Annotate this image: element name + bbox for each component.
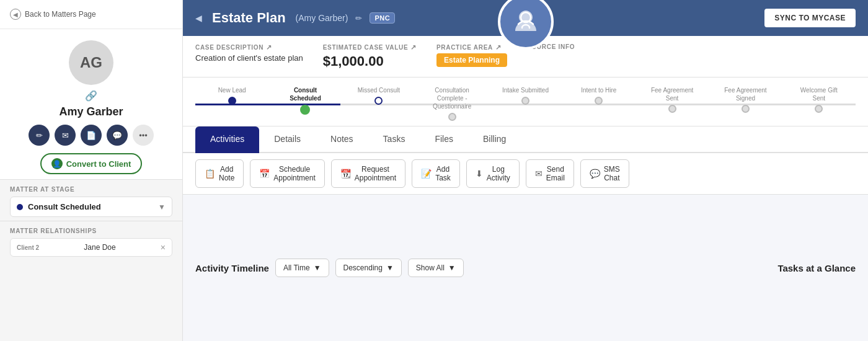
show-all-filter[interactable]: Show All ▼ bbox=[408, 259, 464, 277]
pipeline-step-fee-agreement-sent[interactable]: Fee Agreement Sent bbox=[636, 86, 709, 113]
pipeline-step-consultation-complete[interactable]: Consultation Complete - Questionnaire bbox=[415, 86, 489, 121]
send-email-icon: ✉ bbox=[535, 169, 542, 179]
step-label-intent-to-hire: Intent to Hire bbox=[581, 86, 616, 94]
all-time-filter[interactable]: All Time ▼ bbox=[275, 259, 329, 277]
step-label-new-lead: New Lead bbox=[218, 86, 246, 94]
pipeline-section: New Lead Consult Scheduled Missed Consul… bbox=[183, 78, 868, 126]
step-label-intake-submitted: Intake Submitted bbox=[502, 86, 549, 94]
activity-timeline-label: Activity Timeline bbox=[195, 263, 269, 273]
step-dot-intent-to-hire bbox=[595, 97, 603, 105]
step-dot-missed-consult bbox=[374, 97, 383, 105]
tab-activities[interactable]: Activities bbox=[195, 126, 259, 153]
stage-select[interactable]: Consult Scheduled ▼ bbox=[10, 197, 172, 217]
request-appointment-icon: 📆 bbox=[340, 169, 351, 179]
chat-button[interactable]: 💬 bbox=[107, 125, 128, 146]
header-bar: ◀ Estate Plan (Amy Garber) ✏ PNC SYNC TO… bbox=[183, 0, 868, 36]
practice-ext-icon[interactable]: ↗ bbox=[495, 43, 502, 51]
step-dot-intake-submitted bbox=[521, 97, 529, 105]
tabs-row: Activities Details Notes Tasks Files Bil… bbox=[183, 126, 868, 153]
sms-chat-icon: 💬 bbox=[590, 169, 600, 179]
step-label-consult-scheduled: Consult Scheduled bbox=[280, 86, 330, 102]
step-label-fee-agreement-signed: Fee Agreement Signed bbox=[720, 86, 770, 102]
more-button[interactable]: ••• bbox=[133, 125, 154, 146]
pipeline-step-welcome-gift[interactable]: Welcome Gift Sent bbox=[782, 86, 856, 113]
log-activity-button[interactable]: ⬇ LogActivity bbox=[466, 159, 520, 188]
avatar: AG bbox=[69, 40, 113, 85]
chevron-down-icon: ▼ bbox=[448, 264, 456, 272]
header-edit-icon[interactable]: ✏ bbox=[355, 14, 362, 23]
back-label: Back to Matters Page bbox=[25, 10, 96, 19]
stage-section-label: MATTER AT STAGE bbox=[10, 186, 172, 193]
email-button[interactable]: ✉ bbox=[55, 125, 76, 146]
convert-icon: 👤 bbox=[51, 158, 63, 169]
header-title: Estate Plan bbox=[212, 10, 286, 26]
step-dot-consultation-complete bbox=[448, 113, 456, 121]
stage-value: Consult Scheduled bbox=[28, 202, 158, 211]
step-dot-welcome-gift bbox=[815, 105, 823, 113]
convert-to-client-button[interactable]: 👤 Convert to Client bbox=[40, 153, 143, 174]
practice-badge: Estate Planning bbox=[436, 53, 507, 67]
step-dot-consult-scheduled bbox=[300, 105, 310, 115]
step-label-fee-agreement-sent: Fee Agreement Sent bbox=[647, 86, 697, 102]
log-activity-icon: ⬇ bbox=[476, 169, 483, 179]
add-task-button[interactable]: 📝 AddTask bbox=[412, 159, 460, 188]
pipeline-step-new-lead[interactable]: New Lead bbox=[195, 86, 268, 105]
tab-files[interactable]: Files bbox=[420, 126, 468, 153]
add-task-icon: 📝 bbox=[421, 169, 432, 179]
back-arrow-icon: ◀ bbox=[10, 9, 21, 20]
link-icon: 🔗 bbox=[85, 90, 97, 102]
remove-relationship-icon[interactable]: × bbox=[161, 242, 166, 252]
pnc-badge: PNC bbox=[370, 12, 395, 24]
schedule-appointment-button[interactable]: 📅 ScheduleAppointment bbox=[250, 159, 324, 188]
sidebar: ◀ Back to Matters Page AG 🔗 Amy Garber ✏… bbox=[0, 0, 183, 341]
tab-tasks[interactable]: Tasks bbox=[368, 126, 420, 153]
document-button[interactable]: 📄 bbox=[81, 125, 102, 146]
client-profile-area: AG 🔗 Amy Garber ✏ ✉ 📄 💬 ••• 👤 Convert to… bbox=[0, 29, 182, 179]
stage-dot bbox=[17, 204, 23, 210]
description-ext-icon[interactable]: ↗ bbox=[266, 43, 272, 51]
matter-at-stage-section: MATTER AT STAGE Consult Scheduled ▼ bbox=[0, 179, 182, 221]
back-to-matters-link[interactable]: ◀ Back to Matters Page bbox=[0, 0, 182, 29]
add-note-label: AddNote bbox=[219, 165, 234, 182]
request-appointment-button[interactable]: 📆 RequestAppointment bbox=[331, 159, 405, 188]
tab-notes[interactable]: Notes bbox=[316, 126, 368, 153]
client-name: Amy Garber bbox=[59, 105, 123, 118]
case-description-label: CASE DESCRIPTION ↗ bbox=[195, 43, 303, 51]
action-icons-row: ✏ ✉ 📄 💬 ••• bbox=[29, 125, 154, 146]
case-description-value: Creation of client's estate plan bbox=[195, 53, 303, 63]
descending-filter[interactable]: Descending ▼ bbox=[335, 259, 402, 277]
collapse-icon[interactable]: ◀ bbox=[195, 13, 202, 23]
sms-chat-label: SMSChat bbox=[604, 165, 620, 182]
tasks-at-a-glance-label: Tasks at a Glance bbox=[777, 263, 856, 273]
send-email-button[interactable]: ✉ SendEmail bbox=[526, 159, 574, 188]
add-note-icon: 📋 bbox=[205, 169, 215, 179]
sms-chat-button[interactable]: 💬 SMSChat bbox=[580, 159, 629, 188]
case-value-label: ESTIMATED CASE VALUE ↗ bbox=[323, 43, 417, 51]
case-value-field: ESTIMATED CASE VALUE ↗ $1,000.00 bbox=[323, 43, 417, 69]
edit-button[interactable]: ✏ bbox=[29, 125, 50, 146]
step-dot-fee-agreement-signed bbox=[742, 105, 750, 113]
step-label-welcome-gift: Welcome Gift Sent bbox=[794, 86, 844, 102]
chevron-down-icon: ▼ bbox=[314, 264, 321, 272]
relationships-section: MATTER RELATIONSHIPS Client 2 Jane Doe × bbox=[0, 221, 182, 341]
step-dot-new-lead bbox=[228, 97, 236, 105]
schedule-appointment-label: ScheduleAppointment bbox=[273, 165, 315, 182]
add-note-button[interactable]: 📋 AddNote bbox=[195, 159, 244, 188]
relationship-item: Client 2 Jane Doe × bbox=[10, 238, 172, 257]
value-ext-icon[interactable]: ↗ bbox=[410, 43, 417, 51]
pipeline-step-fee-agreement-signed[interactable]: Fee Agreement Signed bbox=[709, 86, 782, 113]
pipeline-step-missed-consult[interactable]: Missed Consult bbox=[342, 86, 415, 105]
pipeline-step-intent-to-hire[interactable]: Intent to Hire bbox=[562, 86, 636, 105]
tab-billing[interactable]: Billing bbox=[468, 126, 521, 153]
pipeline-steps: New Lead Consult Scheduled Missed Consul… bbox=[195, 86, 856, 121]
log-activity-label: LogActivity bbox=[487, 165, 510, 182]
pipeline-step-consult-scheduled[interactable]: Consult Scheduled bbox=[268, 86, 342, 115]
action-buttons-row: 📋 AddNote 📅 ScheduleAppointment 📆 Reques… bbox=[183, 153, 868, 195]
schedule-appointment-icon: 📅 bbox=[259, 169, 270, 179]
tab-details[interactable]: Details bbox=[259, 126, 316, 153]
sync-to-mycase-button[interactable]: SYNC TO MYCASE bbox=[764, 9, 856, 27]
case-description-field: CASE DESCRIPTION ↗ Creation of client's … bbox=[195, 43, 303, 69]
relationship-name: Jane Doe bbox=[84, 243, 115, 252]
practice-area-label: PRACTICE AREA ↗ bbox=[436, 43, 507, 51]
pipeline-step-intake-submitted[interactable]: Intake Submitted bbox=[489, 86, 562, 105]
